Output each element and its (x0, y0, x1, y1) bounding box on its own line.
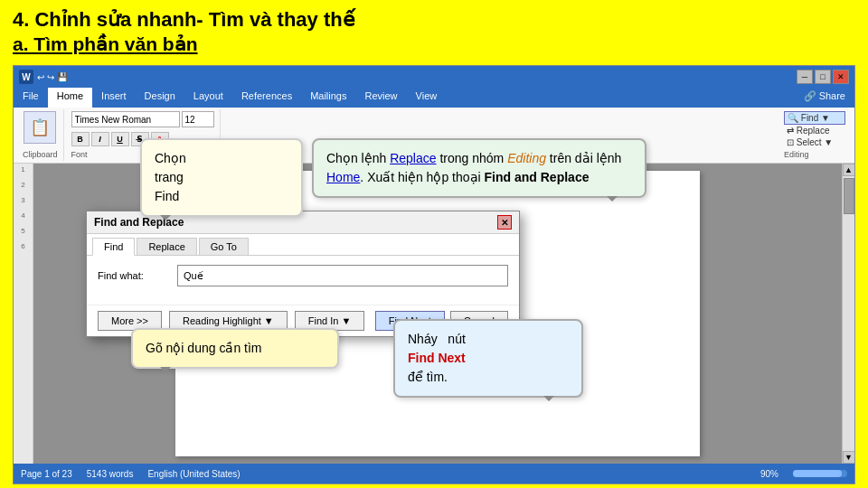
paste-button[interactable]: 📋 (24, 111, 56, 144)
scroll-thumb[interactable] (844, 178, 854, 214)
callout-replace-instruction: Chọn lệnh Replace trong nhóm Editing trê… (312, 138, 646, 198)
editing-group: 🔍 Find ▼ ⇄ Replace ⊡ Select ▼ Editing (778, 109, 851, 161)
status-bar: Page 1 of 23 5143 words English (United … (14, 464, 854, 483)
callout-type-find: Gõ nội dung cần tìm (131, 328, 339, 369)
find-button[interactable]: 🔍 Find ▼ (784, 111, 845, 125)
word-window: W ↩ ↪ 💾 ─ □ ✕ File Home Insert Design La… (13, 65, 855, 484)
scroll-down-button[interactable]: ▼ (843, 451, 855, 464)
italic-button[interactable]: I (91, 132, 109, 146)
dialog-tab-find[interactable]: Find (92, 238, 135, 256)
bold-button[interactable]: B (71, 132, 90, 146)
select-button[interactable]: ⊡ Select ▼ (784, 136, 845, 148)
callout-find-next: Nháy nút Find Next để tìm. (393, 319, 583, 398)
maximize-button[interactable]: □ (815, 70, 831, 84)
clipboard-group: 📋 Clipboard (17, 109, 64, 161)
dialog-tab-goto[interactable]: Go To (199, 238, 249, 255)
main-title: 4. Chỉnh sửa nhanh- Tìm và thay thế (13, 7, 855, 33)
replace-button[interactable]: ⇄ Replace (784, 125, 845, 136)
dialog-close-button[interactable]: ✕ (497, 215, 512, 230)
tab-view[interactable]: View (407, 88, 447, 108)
tab-review[interactable]: Review (356, 88, 407, 108)
redo-icon[interactable]: ↪ (47, 72, 54, 82)
ruler-left: 1 2 3 4 5 6 (14, 164, 33, 464)
dialog-body: Find what: (87, 256, 519, 305)
ribbon-tabs: File Home Insert Design Layout Reference… (14, 88, 854, 108)
zoom-level: 90% (760, 469, 778, 479)
title-bar-undo: ↩ ↪ 💾 (37, 72, 68, 82)
tab-mailings[interactable]: Mailings (301, 88, 355, 108)
font-name-input[interactable] (71, 111, 180, 127)
clipboard-label: Clipboard (23, 150, 58, 159)
find-row: Find what: (98, 265, 508, 286)
scroll-up-button[interactable]: ▲ (843, 164, 855, 176)
find-label: Find what: (98, 270, 170, 281)
minimize-button[interactable]: ─ (797, 70, 813, 84)
callout3-text: Gõ nội dung cần tìm (146, 341, 262, 355)
callout4-text: Nháy nút Find Next để tìm. (408, 332, 466, 384)
callout-choose-find: Chọn trang Find (140, 138, 303, 217)
word-count: 5143 words (87, 469, 134, 479)
dialog-tab-replace[interactable]: Replace (137, 238, 196, 255)
find-replace-dialog: Find and Replace ✕ Find Replace Go To Fi… (86, 211, 520, 337)
tab-layout[interactable]: Layout (184, 88, 232, 108)
scrollbar-right[interactable]: ▲ ▼ (842, 164, 854, 464)
close-button[interactable]: ✕ (833, 70, 849, 84)
page-count: Page 1 of 23 (21, 469, 72, 479)
title-bar-left: W ↩ ↪ 💾 (19, 70, 68, 84)
sub-title: a. Tìm phần văn bản (13, 33, 855, 55)
callout2-text: Chọn lệnh Replace trong nhóm Editing trê… (326, 151, 621, 184)
dialog-tabs: Find Replace Go To (87, 234, 519, 256)
find-input[interactable] (177, 265, 508, 286)
font-label: Font (71, 150, 88, 159)
tab-references[interactable]: References (232, 88, 301, 108)
word-icon: W (19, 70, 33, 84)
header: 4. Chỉnh sửa nhanh- Tìm và thay thế a. T… (0, 0, 868, 59)
tab-home[interactable]: Home (48, 88, 92, 108)
callout1-text: Chọn trang Find (155, 151, 186, 203)
font-size-input[interactable] (182, 111, 214, 127)
save-icon[interactable]: 💾 (57, 72, 68, 82)
editing-label: Editing (784, 150, 809, 159)
tab-insert[interactable]: Insert (92, 88, 136, 108)
language: English (United States) (147, 469, 240, 479)
window-controls: ─ □ ✕ (797, 70, 849, 84)
tab-file[interactable]: File (14, 88, 48, 108)
undo-icon[interactable]: ↩ (37, 72, 44, 82)
underline-button[interactable]: U (111, 132, 129, 146)
share-button[interactable]: 🔗 Share (795, 88, 854, 108)
tab-design[interactable]: Design (136, 88, 184, 108)
title-bar: W ↩ ↪ 💾 ─ □ ✕ (14, 66, 854, 88)
